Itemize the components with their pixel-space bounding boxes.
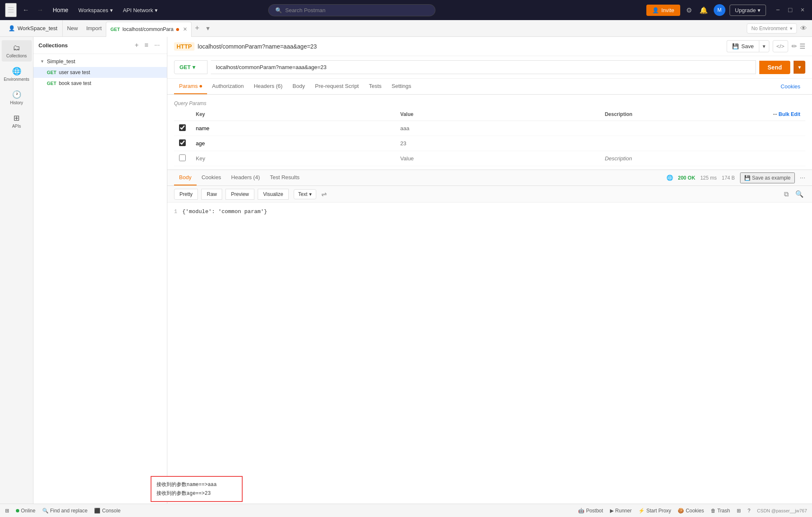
view-preview-button[interactable]: Preview — [225, 189, 254, 200]
filter-collections-button[interactable]: ≡ — [142, 40, 150, 50]
new-button[interactable]: New — [63, 20, 82, 36]
api-network-menu[interactable]: API Network ▾ — [120, 5, 161, 15]
back-button[interactable]: ← — [20, 5, 32, 15]
response-tab-headers[interactable]: Headers (4) — [226, 170, 265, 185]
request-method-2: GET — [47, 81, 56, 86]
import-button[interactable]: Import — [82, 20, 106, 36]
console-button[interactable]: ⬛ Console — [94, 508, 120, 514]
tab-settings[interactable]: Settings — [387, 79, 416, 94]
notification-icon[interactable]: 🔔 — [698, 5, 710, 16]
sidebar-item-environments[interactable]: 🌐 Environments — [2, 63, 32, 85]
tab-headers[interactable]: Headers (6) — [249, 79, 288, 94]
th-value: Value — [395, 108, 600, 121]
trash-button[interactable]: 🗑 Trash — [711, 508, 730, 514]
row3-value[interactable] — [400, 155, 595, 162]
row2-value[interactable] — [400, 140, 595, 147]
grid-button[interactable]: ⊞ — [737, 508, 741, 514]
tab-item-get[interactable]: GET localhost/commonPara × — [106, 22, 192, 37]
environment-selector[interactable]: No Environment ▾ — [747, 23, 797, 33]
help-button[interactable]: ? — [748, 508, 751, 514]
code-icon: </> — [776, 43, 784, 49]
view-pretty-button[interactable]: Pretty — [174, 189, 198, 200]
row3-checkbox[interactable] — [179, 154, 186, 161]
view-raw-button[interactable]: Raw — [201, 189, 222, 200]
maximize-button[interactable]: □ — [786, 5, 795, 15]
send-dropdown-button[interactable]: ▾ — [794, 61, 805, 74]
doc-icon-button[interactable]: ☰ — [799, 42, 805, 50]
row1-key[interactable] — [196, 125, 390, 131]
invite-button[interactable]: 👤 Invite — [646, 5, 680, 16]
avatar-icon[interactable]: M — [714, 4, 725, 16]
save-as-example-button[interactable]: 💾 Save as example — [740, 172, 795, 183]
tab-close-icon[interactable]: × — [183, 26, 187, 33]
save-dropdown-button[interactable]: ▾ — [759, 40, 769, 52]
env-settings-icon[interactable]: 👁 — [799, 23, 809, 34]
add-tab-button[interactable]: + — [192, 24, 203, 33]
tab-authorization[interactable]: Authorization — [207, 79, 249, 94]
sidebar-item-collections[interactable]: 🗂 Collections — [2, 40, 32, 62]
view-visualize-button[interactable]: Visualize — [258, 189, 289, 200]
home-link[interactable]: Home — [49, 7, 72, 13]
find-replace-button[interactable]: 🔍 Find and replace — [42, 508, 87, 514]
row3-description[interactable] — [605, 155, 800, 162]
request-item-user-save[interactable]: GET user save test — [33, 67, 167, 78]
postbot-button[interactable]: 🤖 Postbot — [578, 508, 603, 514]
runner-button[interactable]: ▶ Runner — [610, 508, 632, 514]
sidebar-item-history[interactable]: 🕐 History — [2, 87, 32, 108]
add-collection-button[interactable]: + — [133, 40, 141, 50]
row1-value[interactable] — [400, 125, 595, 131]
cookies-status-button[interactable]: 🍪 Cookies — [678, 508, 704, 514]
response-tab-body[interactable]: Body — [174, 170, 197, 185]
tab-prerequest[interactable]: Pre-request Script — [310, 79, 364, 94]
tab-params[interactable]: Params — [174, 79, 207, 94]
params-dot — [200, 85, 202, 87]
start-proxy-button[interactable]: ⚡ Start Proxy — [638, 508, 671, 514]
request-header: HTTP localhost/commonParam?name=aaa&age=… — [167, 37, 812, 56]
workspace-selector[interactable]: 👤 WorkSpace_test — [3, 20, 63, 36]
response-more-button[interactable]: ··· — [800, 174, 805, 182]
request-item-book-save[interactable]: GET book save test — [33, 78, 167, 89]
edit-icon-button[interactable]: ✏ — [792, 42, 797, 50]
search-response-button[interactable]: 🔍 — [794, 188, 805, 200]
tab-body[interactable]: Body — [287, 79, 310, 94]
minimize-button[interactable]: − — [774, 5, 782, 15]
format-selector[interactable]: Text ▾ — [294, 189, 316, 199]
row3-key[interactable] — [196, 155, 390, 162]
forward-button[interactable]: → — [34, 5, 46, 15]
row2-key[interactable] — [196, 140, 390, 147]
url-input[interactable] — [211, 60, 756, 74]
menu-button[interactable]: ☰ — [5, 3, 17, 17]
collections-more-button[interactable]: ··· — [152, 40, 162, 50]
row2-checkbox[interactable] — [179, 139, 186, 146]
settings-icon[interactable]: ⚙ — [684, 5, 694, 16]
method-selector[interactable]: GET ▾ — [174, 60, 207, 74]
code-view: 1 {'module': 'common param'} — [167, 203, 812, 221]
request-name-2: book save test — [59, 80, 91, 86]
layout-toggle[interactable]: ⊞ — [5, 508, 9, 514]
wrap-lines-button[interactable]: ⇌ — [320, 188, 328, 200]
save-button[interactable]: 💾 Save — [727, 40, 759, 52]
cookies-link[interactable]: Cookies — [776, 79, 805, 94]
collections-icon: 🗂 — [13, 44, 20, 52]
request-method-1: GET — [47, 70, 56, 75]
copy-response-button[interactable]: ⧉ — [782, 188, 790, 200]
tab-more-button[interactable]: ▾ — [203, 24, 213, 32]
tab-tests[interactable]: Tests — [364, 79, 387, 94]
upgrade-button[interactable]: Upgrade ▾ — [730, 5, 766, 16]
response-tab-cookies[interactable]: Cookies — [197, 170, 226, 185]
table-row — [174, 121, 805, 136]
tab-method-badge: GET — [110, 27, 120, 32]
send-button[interactable]: Send — [759, 61, 790, 74]
response-section: Body Cookies Headers (4) Test Results 🌐 … — [167, 170, 812, 253]
bulk-edit-button[interactable]: Bulk Edit — [779, 111, 800, 117]
row2-description[interactable] — [605, 140, 800, 147]
response-tab-test-results[interactable]: Test Results — [265, 170, 305, 185]
row1-description[interactable] — [605, 125, 800, 131]
code-button[interactable]: </> — [773, 40, 788, 52]
search-bar[interactable]: 🔍 Search Postman — [268, 4, 435, 16]
collection-simple-test[interactable]: ▼ Simple_test — [33, 56, 167, 67]
row1-checkbox[interactable] — [179, 124, 186, 131]
close-button[interactable]: × — [798, 5, 807, 15]
sidebar-item-apis[interactable]: ⊞ APIs — [2, 110, 32, 132]
workspaces-menu[interactable]: Workspaces ▾ — [75, 5, 116, 15]
